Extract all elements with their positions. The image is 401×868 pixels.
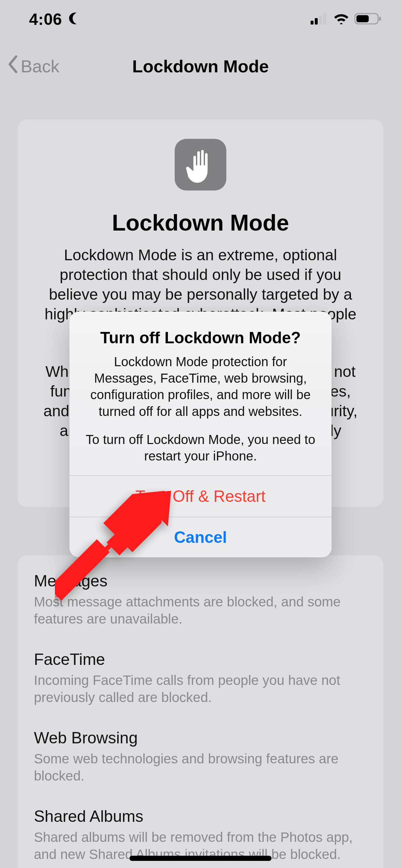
alert-message: Lockdown Mode protection for Messages, F… (82, 353, 319, 464)
feature-title: FaceTime (34, 650, 367, 669)
alert-message-1line1: Lockdown Mode protection for Messages, F… (82, 353, 319, 420)
feature-body: Most message attachments are blocked, an… (34, 593, 367, 627)
alert-message-line2: To turn off Lockdown Mode, you need to r… (82, 431, 319, 464)
status-left: 4:06 (29, 10, 81, 29)
feature-facetime: FaceTime Incoming FaceTime calls from pe… (34, 650, 367, 706)
status-bar: 4:06 (0, 0, 401, 39)
cancel-label: Cancel (174, 528, 227, 547)
turn-off-restart-button[interactable]: Turn Off & Restart (69, 476, 332, 517)
svg-rect-6 (379, 17, 381, 21)
svg-rect-5 (357, 15, 369, 22)
cancel-button[interactable]: Cancel (69, 517, 332, 557)
feature-shared-albums: Shared Albums Shared albums will be remo… (34, 807, 367, 863)
alert-title: Turn off Lockdown Mode? (82, 329, 319, 347)
svg-rect-2 (319, 16, 322, 25)
wifi-icon (333, 13, 349, 26)
feature-web-browsing: Web Browsing Some web technologies and b… (34, 728, 367, 784)
alert-content: Turn off Lockdown Mode? Lockdown Mode pr… (69, 312, 332, 475)
feature-body: Some web technologies and browsing featu… (34, 750, 367, 784)
nav-header: Back Lockdown Mode (0, 49, 401, 84)
features-card: Messages Most message attachments are bl… (18, 555, 383, 868)
back-button[interactable]: Back (6, 55, 59, 77)
intro-title: Lockdown Mode (18, 210, 383, 236)
feature-messages: Messages Most message attachments are bl… (34, 571, 367, 627)
moon-icon (66, 11, 81, 27)
status-right (311, 12, 382, 27)
hand-icon (175, 139, 226, 190)
alert-dialog: Turn off Lockdown Mode? Lockdown Mode pr… (69, 312, 332, 557)
back-label: Back (21, 56, 59, 76)
cellular-icon (311, 13, 328, 26)
page-title: Lockdown Mode (132, 56, 269, 76)
feature-title: Web Browsing (34, 728, 367, 747)
svg-rect-1 (315, 18, 318, 25)
home-indicator[interactable] (129, 856, 272, 861)
svg-rect-0 (311, 21, 313, 25)
battery-icon (354, 12, 382, 27)
alert-buttons: Turn Off & Restart Cancel (69, 475, 332, 557)
status-time: 4:06 (29, 10, 62, 29)
feature-body: Incoming FaceTime calls from people you … (34, 672, 367, 706)
svg-rect-3 (323, 13, 326, 25)
feature-title: Shared Albums (34, 807, 367, 826)
turn-off-restart-label: Turn Off & Restart (135, 487, 266, 506)
feature-title: Messages (34, 571, 367, 590)
chevron-left-icon (6, 55, 19, 77)
